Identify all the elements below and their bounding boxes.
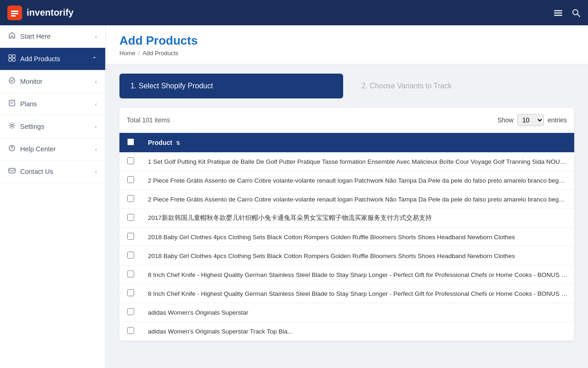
svg-point-18 [11,149,12,150]
step-2-number: 2. [362,82,368,90]
row-checkbox[interactable] [127,195,134,202]
products-table: Product ⇅ 1 Set Golf Putting Kit Pratiqu… [119,133,574,341]
svg-point-16 [11,125,13,127]
row-checkbox-cell[interactable] [119,265,141,284]
chevron-icon: ‹ [95,168,97,175]
svg-rect-11 [12,58,15,61]
steps-container: 1. Select Shopify Product 2. Choose Vari… [106,64,588,98]
svg-rect-19 [9,168,15,173]
breadcrumb-separator: / [138,50,140,57]
table-row: 8 Inch Chef Knife - Highest Quality Germ… [119,284,574,303]
svg-rect-0 [11,11,18,12]
table-row: 1 Set Golf Putting Kit Pratique de Balle… [119,152,574,171]
chevron-icon: ‹ [95,123,97,130]
row-checkbox[interactable] [127,289,134,296]
product-name-cell: 2017新款韩国儿童帽秋冬款婴儿针织帽小兔卡通兔耳朵男女宝宝帽子物流买家服务支付… [141,209,574,228]
total-items: Total 101 items [127,116,494,124]
chevron-icon-active: ⌃ [92,56,97,63]
table-toolbar: Total 101 items Show 10 25 50 100 entrie… [119,108,574,133]
chevron-icon: ‹ [95,146,97,153]
product-name-cell: 2018 Baby Girl Clothes 4pcs Clothing Set… [141,228,574,247]
sort-icon: ⇅ [176,140,180,146]
sidebar-item-start-here[interactable]: Start Here ‹ [0,25,105,48]
row-checkbox-cell[interactable] [119,228,141,247]
row-checkbox[interactable] [127,308,134,315]
sidebar-item-settings[interactable]: Settings ‹ [0,115,105,138]
table-row: 2 Piece Frete Grátis Assento de Carro Co… [119,190,574,209]
svg-rect-5 [554,15,562,16]
sidebar-item-monitor[interactable]: Monitor ‹ [0,70,105,93]
row-checkbox[interactable] [127,327,134,334]
svg-rect-9 [12,55,15,58]
select-all-checkbox[interactable] [127,138,134,145]
breadcrumb-current: Add Products [142,50,178,57]
sidebar-item-contact-us[interactable]: Contact Us ‹ [0,161,105,183]
nav-icons [553,8,581,18]
row-checkbox[interactable] [127,176,134,183]
row-checkbox-cell[interactable] [119,322,141,341]
add-products-icon [8,54,16,63]
row-checkbox[interactable] [127,233,134,240]
step-2-label: Choose Variants to Track [370,82,452,90]
breadcrumb: Home / Add Products [119,50,574,57]
row-checkbox[interactable] [127,252,134,259]
sidebar-item-plans[interactable]: Plans ‹ [0,93,105,115]
row-checkbox-cell[interactable] [119,303,141,322]
main-content: Add Products Home / Add Products 1. Sele… [106,25,588,368]
row-checkbox[interactable] [127,157,134,164]
product-name-cell: 8 Inch Chef Knife - Highest Quality Germ… [141,284,574,303]
breadcrumb-home[interactable]: Home [119,50,136,57]
step-1[interactable]: 1. Select Shopify Product [119,74,343,98]
sidebar-item-help-center[interactable]: Help Center ‹ [0,138,105,161]
product-name-cell: adidas Women's Originals Superstar [141,303,574,322]
svg-rect-8 [9,55,11,58]
product-name-cell: 8 Inch Chef Knife - Highest Quality Germ… [141,265,574,284]
select-all-header[interactable] [119,133,141,152]
logo-area: inventorify [7,6,546,20]
monitor-icon [8,77,16,86]
row-checkbox-cell[interactable] [119,209,141,228]
row-checkbox-cell[interactable] [119,190,141,209]
svg-rect-13 [9,100,15,106]
app-name: inventorify [27,7,74,18]
svg-rect-1 [11,13,18,14]
svg-rect-3 [554,10,562,12]
search-button[interactable] [571,8,581,17]
product-name-cell: 1 Set Golf Putting Kit Pratique de Balle… [141,152,574,171]
sidebar-label-plans: Plans [20,100,37,108]
table-row: 8 Inch Chef Knife - Highest Quality Germ… [119,265,574,284]
table-row: adidas Women's Originals Superstar [119,303,574,322]
table-row: 2018 Baby Girl Clothes 4pcs Clothing Set… [119,228,574,247]
row-checkbox-cell[interactable] [119,152,141,171]
sidebar-label-contact-us: Contact Us [20,168,53,175]
table-row: 2017新款韩国儿童帽秋冬款婴儿针织帽小兔卡通兔耳朵男女宝宝帽子物流买家服务支付… [119,209,574,228]
chevron-icon: ‹ [95,33,97,40]
product-name-cell: 2 Piece Frete Grátis Assento de Carro Co… [141,190,574,209]
entries-select[interactable]: 10 25 50 100 [517,114,544,126]
svg-line-7 [577,14,580,17]
row-checkbox-cell[interactable] [119,284,141,303]
row-checkbox-cell[interactable] [119,171,141,190]
sidebar-item-add-products[interactable]: Add Products ⌃ [0,48,105,70]
products-table-container: Total 101 items Show 10 25 50 100 entrie… [119,108,574,341]
page-header: Add Products Home / Add Products [106,25,588,64]
row-checkbox-cell[interactable] [119,247,141,265]
table-row: 2018 Baby Girl Clothes 4pcs Clothing Set… [119,247,574,265]
product-column-header[interactable]: Product ⇅ [141,133,574,152]
sidebar-label-start-here: Start Here [20,33,51,40]
entries-label: entries [548,116,567,124]
svg-rect-2 [11,15,16,17]
product-name-cell: adidas Women's Originals Superstar Track… [141,322,574,341]
hamburger-button[interactable] [553,8,563,18]
table-row: 2 Piece Frete Grátis Assento de Carro Co… [119,171,574,190]
row-checkbox[interactable] [127,214,134,221]
page-title: Add Products [119,34,574,48]
contact-icon [8,167,16,176]
row-checkbox[interactable] [127,270,134,277]
product-name-cell: 2 Piece Frete Grátis Assento de Carro Co… [141,171,574,190]
sidebar-label-monitor: Monitor [20,78,42,85]
step-2[interactable]: 2. Choose Variants to Track [351,74,574,98]
svg-rect-4 [554,12,562,14]
table-row: adidas Women's Originals Superstar Track… [119,322,574,341]
sidebar-label-help-center: Help Center [20,145,56,153]
